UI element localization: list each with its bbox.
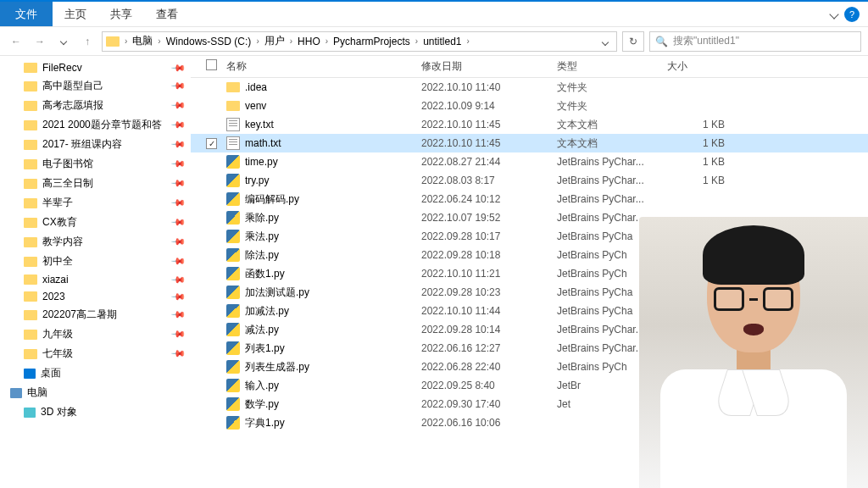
file-date: 2022.10.07 19:52 [421, 212, 557, 224]
sidebar-item-label: 初中全 [42, 254, 73, 269]
webcam-overlay [639, 217, 868, 488]
folder-icon [24, 101, 37, 111]
file-row[interactable]: ✓ math.txt 2022.10.10 11:45 文本文档 1 KB [191, 134, 868, 152]
sidebar-item-label: CX教育 [42, 215, 77, 230]
folder-icon [24, 330, 37, 340]
py-icon [226, 267, 240, 280]
file-row[interactable]: key.txt 2022.10.10 11:45 文本文档 1 KB [191, 115, 868, 134]
ribbon-tab-share[interactable]: 共享 [98, 2, 144, 26]
file-type: JetBrains PyChar... [557, 175, 667, 186]
breadcrumb-seg[interactable]: PycharmProjects [330, 36, 414, 47]
sidebar-item[interactable]: CX教育 📌 [0, 213, 191, 232]
py-icon [226, 397, 240, 411]
file-name: time.py [245, 156, 278, 168]
sidebar-item[interactable]: 半辈子 📌 [0, 193, 191, 213]
sidebar-item[interactable]: 3D 对象 [0, 402, 191, 422]
breadcrumb-seg[interactable]: 电脑 [129, 34, 156, 48]
py-icon [226, 211, 240, 225]
sidebar-item[interactable]: 202207高二暑期 📌 [0, 305, 191, 324]
file-size: 1 KB [667, 156, 735, 168]
col-size-header[interactable]: 大小 [667, 59, 735, 74]
sidebar-item[interactable]: 电子图书馆 📌 [0, 154, 191, 174]
pin-icon: 📌 [170, 326, 186, 342]
sidebar-item[interactable]: 高中题型自己 📌 [0, 76, 191, 96]
row-checkbox[interactable]: ✓ [206, 138, 217, 149]
file-date: 2022.06.16 12:27 [421, 342, 557, 354]
sidebar-item[interactable]: 2017- 班组课内容 📌 [0, 135, 191, 154]
col-date-header[interactable]: 修改日期 [421, 59, 557, 74]
file-row[interactable]: venv 2022.10.09 9:14 文件夹 [191, 97, 868, 115]
help-icon[interactable]: ? [844, 7, 860, 22]
folder-icon [24, 274, 37, 285]
py-icon [226, 379, 240, 392]
breadcrumb-seg[interactable]: Windows-SSD (C:) [163, 36, 255, 47]
py-icon [226, 286, 240, 299]
file-row[interactable]: 编码解码.py 2022.06.24 10:12 JetBrains PyCha… [191, 190, 868, 208]
folder-icon [24, 218, 37, 228]
file-size: 1 KB [667, 137, 735, 149]
sidebar-item-label: 2021 2000题分章节题和答 [42, 118, 162, 132]
folder-icon [24, 63, 37, 73]
folder-icon [24, 120, 37, 130]
sidebar: FileRecv 📌 高中题型自己 📌 高考志愿填报 📌 2021 2000题分… [0, 56, 191, 488]
address-bar[interactable]: › 电脑 › Windows-SSD (C:) › 用户 › HHO › Pyc… [102, 31, 617, 52]
py-icon [226, 416, 240, 430]
file-date: 2022.09.28 10:14 [421, 324, 557, 336]
ribbon-file-tab[interactable]: 文件 [0, 2, 53, 26]
breadcrumb-sep: › [123, 36, 129, 46]
col-name-header[interactable]: 名称 [226, 59, 421, 74]
pin-icon: 📌 [170, 117, 186, 133]
pin-icon: 📌 [170, 78, 186, 94]
sidebar-item[interactable]: 九年级 📌 [0, 324, 191, 344]
txt-icon [226, 118, 240, 131]
py-icon [226, 341, 240, 355]
py-icon [226, 304, 240, 318]
py-icon [226, 174, 240, 187]
sidebar-item[interactable]: 高考志愿填报 📌 [0, 96, 191, 115]
nav-recent-icon[interactable] [54, 32, 73, 51]
py-icon [226, 323, 240, 336]
file-row[interactable]: time.py 2022.08.27 21:44 JetBrains PyCha… [191, 152, 868, 171]
sidebar-item[interactable]: 2023 📌 [0, 288, 191, 305]
breadcrumb-seg[interactable]: HHO [294, 36, 324, 47]
breadcrumb-sep: › [465, 36, 471, 46]
breadcrumb-seg[interactable]: untitled1 [420, 36, 465, 47]
sidebar-item[interactable]: xiazai 📌 [0, 271, 191, 288]
search-input[interactable]: 🔍 搜索"untitled1" [649, 31, 861, 52]
pin-icon: 📌 [170, 234, 186, 250]
sidebar-item-label: 桌面 [41, 366, 61, 380]
ribbon-tab-view[interactable]: 查看 [144, 2, 190, 26]
nav-up-icon[interactable]: ↑ [78, 32, 97, 51]
ribbon-collapse-icon[interactable] [829, 9, 838, 19]
file-row[interactable]: .idea 2022.10.10 11:40 文件夹 [191, 78, 868, 97]
pin-icon: 📌 [170, 136, 186, 152]
file-name: venv [245, 100, 266, 112]
sidebar-item[interactable]: 教学内容 📌 [0, 232, 191, 252]
sidebar-item[interactable]: 2021 2000题分章节题和答 📌 [0, 115, 191, 135]
sidebar-item[interactable]: 电脑 [0, 383, 191, 402]
col-type-header[interactable]: 类型 [557, 59, 667, 74]
sidebar-item[interactable]: 初中全 📌 [0, 252, 191, 271]
pin-icon: 📌 [170, 59, 186, 75]
nav-back-icon[interactable]: ← [7, 32, 25, 51]
file-date: 2022.10.10 11:44 [421, 305, 557, 317]
sidebar-item[interactable]: 七年级 📌 [0, 344, 191, 363]
address-dropdown-icon[interactable] [598, 36, 613, 47]
file-name: 编码解码.py [245, 192, 299, 207]
folder-icon [24, 237, 37, 247]
file-date: 2022.08.27 21:44 [421, 156, 557, 168]
select-all-checkbox[interactable] [206, 59, 217, 70]
sidebar-item[interactable]: 高三全日制 📌 [0, 174, 191, 193]
search-icon: 🔍 [655, 36, 668, 47]
file-row[interactable]: try.py 2022.08.03 8:17 JetBrains PyChar.… [191, 171, 868, 190]
sidebar-item-label: 高三全日制 [42, 176, 93, 191]
refresh-button[interactable]: ↻ [622, 31, 644, 52]
folder-icon [24, 291, 37, 302]
nav-forward-icon[interactable]: → [31, 32, 49, 51]
address-folder-icon [106, 36, 120, 47]
sidebar-item[interactable]: FileRecv 📌 [0, 59, 191, 76]
sidebar-item[interactable]: 桌面 [0, 363, 191, 383]
ribbon-tab-home[interactable]: 主页 [53, 2, 98, 26]
breadcrumb-seg[interactable]: 用户 [261, 34, 288, 48]
file-type: 文本文档 [557, 118, 667, 132]
